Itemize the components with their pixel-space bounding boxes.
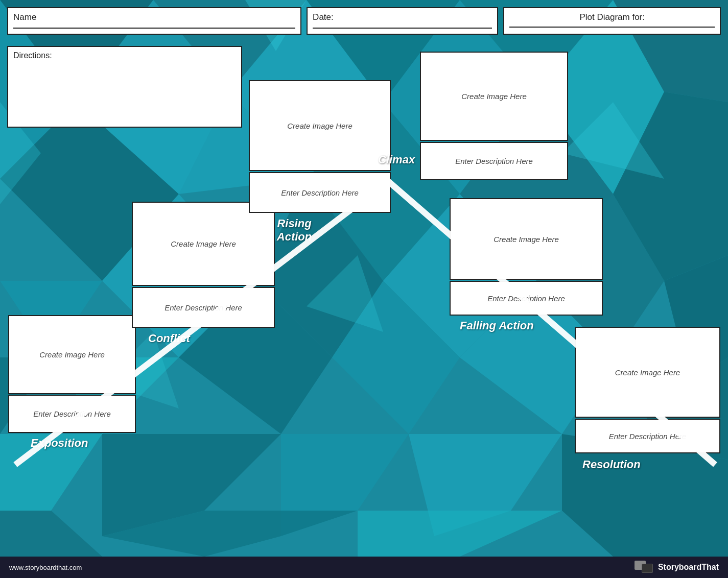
brand-name: StoryboardThat [658,563,719,572]
resolution-desc-box[interactable]: Enter Description Here [575,419,720,453]
exposition-image-placeholder: Create Image Here [39,350,105,359]
exposition-desc-box[interactable]: Enter Description Here [8,395,136,433]
falling-action-image-box[interactable]: Create Image Here [450,198,603,280]
resolution-label: Resolution [582,458,641,471]
conflict-desc-box[interactable]: Enter Description Here [132,287,275,328]
exposition-image-box[interactable]: Create Image Here [8,315,136,394]
header-row: Name Date: Plot Diagram for: [0,0,728,39]
conflict-image-box[interactable]: Create Image Here [132,202,275,286]
storyboard-icon [635,561,654,574]
climax-desc-box[interactable]: Enter Description Here [420,142,568,180]
resolution-image-box[interactable]: Create Image Here [575,327,720,418]
conflict-image-placeholder: Create Image Here [171,239,236,248]
name-box[interactable]: Name [7,7,301,35]
date-box[interactable]: Date: [307,7,498,35]
climax-label: Climax [378,153,415,166]
name-label: Name [13,12,295,22]
svg-rect-43 [642,564,652,572]
footer-brand: StoryboardThat [635,561,719,574]
date-label: Date: [313,12,334,22]
rising-action-desc-box[interactable]: Enter Description Here [249,172,391,213]
footer-url: www.storyboardthat.com [9,564,82,571]
resolution-image-placeholder: Create Image Here [615,368,680,377]
conflict-desc-placeholder: Enter Description Here [165,303,242,312]
rising-action-label: RisingAction [264,217,325,244]
rising-action-image-placeholder: Create Image Here [287,122,353,130]
climax-image-box[interactable]: Create Image Here [420,52,568,141]
resolution-desc-placeholder: Enter Description Here [609,432,687,441]
falling-action-desc-placeholder: Enter Description Here [487,294,565,303]
plot-title-box[interactable]: Plot Diagram for: [503,7,721,35]
plot-title-label: Plot Diagram for: [579,12,645,22]
conflict-label: Conflict [148,332,190,345]
falling-action-label: Falling Action [460,319,534,332]
climax-desc-placeholder: Enter Description Here [455,157,533,165]
exposition-label: Exposition [31,437,88,450]
directions-box[interactable]: Directions: [7,46,242,128]
falling-action-desc-box[interactable]: Enter Description Here [450,281,603,316]
directions-label: Directions: [13,51,52,60]
rising-action-desc-placeholder: Enter Description Here [281,188,359,197]
climax-image-placeholder: Create Image Here [461,92,527,101]
rising-action-image-box[interactable]: Create Image Here [249,80,391,171]
exposition-desc-placeholder: Enter Description Here [33,410,111,418]
footer: www.storyboardthat.com StoryboardThat [0,557,728,578]
main-container: Name Date: Plot Diagram for: Directions:… [0,0,728,578]
falling-action-image-placeholder: Create Image Here [494,235,559,244]
